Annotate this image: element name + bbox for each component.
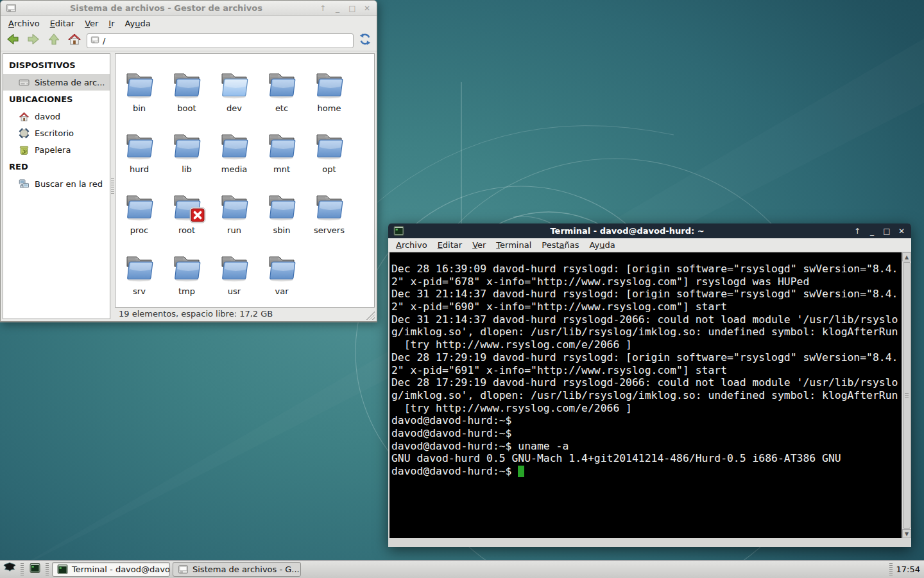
terminal-line: 2" x-pid="678" x-info="http://www.rsyslo… (391, 276, 902, 288)
folder-item-home[interactable]: home (305, 62, 353, 123)
terminal-close-button[interactable]: ✕ (897, 227, 906, 236)
terminal-output[interactable]: Dec 28 16:39:09 davod-hurd rsyslogd: [or… (389, 252, 902, 538)
folder-icon (171, 251, 202, 282)
terminal-maximize-button[interactable]: □ (882, 227, 891, 236)
filemanager-shade-button[interactable]: ↑ (318, 4, 327, 13)
folder-iconview[interactable]: binbootdevetchomehurdlibmediamntoptprocr… (115, 53, 375, 308)
folder-icon (266, 68, 297, 99)
filemanager-titlebar[interactable]: Sistema de archivos - Gestor de archivos… (1, 1, 377, 16)
folder-label: servers (314, 225, 345, 235)
back-button[interactable] (4, 32, 21, 49)
filemanager-menu-editar[interactable]: Editar (45, 17, 80, 30)
taskbar-button-label: Terminal - davod@davo... (72, 565, 170, 574)
terminal-line: GNU davod-hurd 0.5 GNU-Mach 1.4+git20141… (391, 452, 902, 465)
filemanager-sidebar[interactable]: DISPOSITIVOSSistema de arc...UBICACIONES… (3, 53, 110, 319)
refresh-button[interactable] (357, 33, 373, 48)
sidebar-header-red: RED (3, 158, 110, 175)
sidebar-item-buscar-en-la-red[interactable]: Buscar en la red (3, 175, 110, 192)
sidebar-item-papelera[interactable]: Papelera (3, 141, 110, 158)
folder-item-srv[interactable]: srv (116, 245, 163, 306)
taskbar-button-terminal[interactable]: Terminal - davod@davo... (52, 562, 170, 577)
scroll-down-icon[interactable]: ▼ (902, 529, 911, 538)
up-button[interactable] (46, 32, 62, 49)
desktop-icon (19, 128, 30, 139)
folder-grid: binbootdevetchomehurdlibmediamntoptprocr… (116, 54, 374, 306)
filemanager-statusbar: 19 elementos, espacio libre: 17,2 GB (115, 308, 375, 320)
terminal-line: Dec 28 17:29:19 davod-hurd rsyslogd-2066… (391, 376, 902, 389)
forward-button[interactable] (25, 32, 42, 49)
folder-item-root[interactable]: root (163, 184, 210, 245)
folder-item-bin[interactable]: bin (116, 62, 163, 123)
sidebar-splitter[interactable] (110, 53, 115, 319)
folder-item-var[interactable]: var (258, 245, 305, 306)
folder-item-sbin[interactable]: sbin (258, 184, 305, 245)
filemanager-menu-ir[interactable]: Ir (103, 17, 119, 30)
terminal-menu-editar[interactable]: Editar (432, 239, 468, 251)
folder-item-opt[interactable]: opt (305, 123, 353, 184)
filemanager-window[interactable]: Sistema de archivos - Gestor de archivos… (0, 0, 377, 322)
filemanager-body: DISPOSITIVOSSistema de arc...UBICACIONES… (1, 52, 376, 321)
filemanager-maximize-button[interactable]: □ (348, 4, 357, 13)
taskbar-panel[interactable]: Terminal - davod@davo...Sistema de archi… (0, 560, 924, 578)
terminal-window-controls: ↑_□✕ (853, 227, 906, 236)
terminal-window[interactable]: Terminal - davod@davod-hurd: ~ ↑_□✕ Arch… (388, 223, 911, 547)
terminal-line: Dec 28 17:29:19 davod-hurd rsyslogd: [or… (391, 351, 902, 364)
terminal-menu-archivo[interactable]: Archivo (391, 239, 432, 251)
path-input[interactable]: / (87, 33, 354, 48)
folder-item-servers[interactable]: servers (305, 184, 353, 245)
desktop[interactable]: Sistema de archivos - Gestor de archivos… (0, 0, 924, 578)
filemanager-menu-ayuda[interactable]: Ayuda (120, 17, 156, 30)
folder-item-media[interactable]: media (210, 123, 258, 184)
arrow-right-icon (26, 32, 40, 49)
terminal-scrollbar[interactable]: ▲ ▼ (902, 252, 911, 538)
terminal-minimize-button[interactable]: _ (868, 227, 877, 236)
folder-item-mnt[interactable]: mnt (258, 123, 305, 184)
folder-item-hurd[interactable]: hurd (116, 123, 163, 184)
folder-item-boot[interactable]: boot (163, 62, 210, 123)
folder-item-run[interactable]: run (210, 184, 258, 245)
taskbar-button-filemanager[interactable]: Sistema de archivos - G... (173, 562, 301, 577)
terminal-shade-button[interactable]: ↑ (853, 227, 862, 236)
terminal-menu-ver[interactable]: Ver (467, 239, 491, 251)
folder-item-proc[interactable]: proc (116, 184, 163, 245)
clock-area: 17:54 (889, 563, 922, 576)
task-button-list: Terminal - davod@davo...Sistema de archi… (52, 562, 301, 577)
filemanager-window-icon (6, 3, 17, 13)
terminal-menu-terminal[interactable]: Terminal (491, 239, 536, 251)
folder-label: mnt (273, 164, 290, 174)
sidebar-item-davod[interactable]: davod (3, 108, 110, 125)
folder-item-dev[interactable]: dev (210, 62, 258, 123)
sidebar-item-sistema-de-arc-[interactable]: Sistema de arc... (3, 74, 110, 91)
folder-label: hurd (130, 164, 149, 174)
folder-item-etc[interactable]: etc (258, 62, 305, 123)
filemanager-icon (178, 564, 189, 575)
folder-label: var (275, 286, 288, 296)
terminal-line: Dec 31 21:14:37 davod-hurd rsyslogd: [or… (391, 288, 902, 301)
filemanager-menu-ver[interactable]: Ver (80, 17, 103, 30)
folder-item-tmp[interactable]: tmp (163, 245, 210, 306)
scroll-up-icon[interactable]: ▲ (902, 252, 911, 261)
refresh-icon (359, 33, 372, 48)
scrollbar-thumb[interactable] (903, 262, 911, 529)
folder-icon (314, 68, 345, 99)
terminal-titlebar[interactable]: Terminal - davod@davod-hurd: ~ ↑_□✕ (388, 223, 911, 238)
folder-icon (219, 190, 250, 221)
filemanager-nav-buttons (4, 32, 83, 49)
taskbar-button-label: Sistema de archivos - G... (193, 565, 300, 574)
folder-item-usr[interactable]: usr (210, 245, 258, 306)
filemanager-minimize-button[interactable]: _ (333, 4, 342, 13)
home-button[interactable] (66, 32, 83, 49)
filemanager-window-title: Sistema de archivos - Gestor de archivos (26, 3, 306, 13)
terminal-menu-ayuda[interactable]: Ayuda (585, 239, 620, 251)
resize-grip[interactable] (364, 310, 375, 320)
sidebar-item-escritorio[interactable]: Escritorio (3, 125, 110, 141)
folder-item-lib[interactable]: lib (163, 123, 210, 184)
terminal-launcher-button[interactable] (27, 562, 42, 577)
network-icon (19, 179, 30, 189)
folder-label: media (221, 164, 248, 174)
filemanager-menu-archivo[interactable]: Archivo (3, 17, 45, 30)
filemanager-close-button[interactable]: ✕ (363, 4, 372, 13)
terminal-menu-pestañas[interactable]: Pestañas (536, 239, 584, 251)
folder-label: lib (182, 164, 191, 174)
xfce-menu-button[interactable] (2, 562, 17, 577)
